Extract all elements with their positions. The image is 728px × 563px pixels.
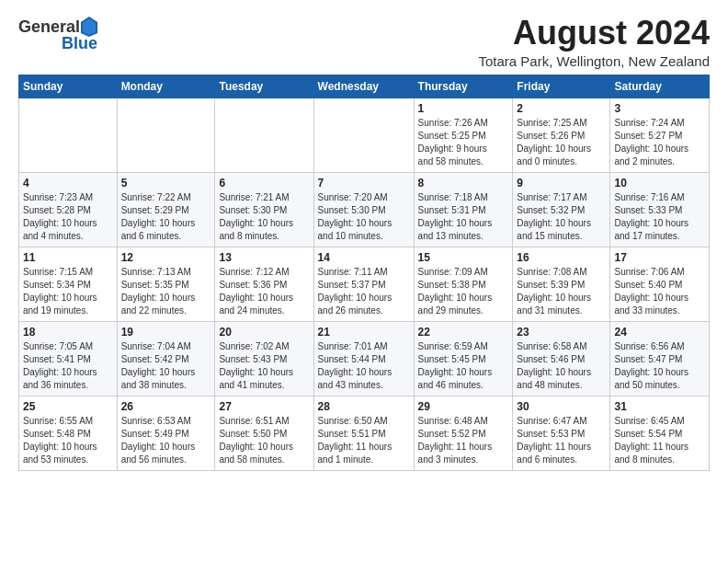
- calendar-cell: 18Sunrise: 7:05 AM Sunset: 5:41 PM Dayli…: [19, 321, 118, 396]
- calendar-cell: 21Sunrise: 7:01 AM Sunset: 5:44 PM Dayli…: [313, 321, 414, 396]
- calendar-table: SundayMondayTuesdayWednesdayThursdayFrid…: [18, 75, 710, 471]
- calendar-week-row: 11Sunrise: 7:15 AM Sunset: 5:34 PM Dayli…: [19, 247, 710, 321]
- day-info: Sunrise: 7:17 AM Sunset: 5:32 PM Dayligh…: [517, 191, 606, 243]
- day-info: Sunrise: 6:48 AM Sunset: 5:52 PM Dayligh…: [418, 415, 509, 466]
- day-number: 8: [418, 177, 509, 190]
- calendar-cell: 11Sunrise: 7:15 AM Sunset: 5:34 PM Dayli…: [19, 247, 118, 321]
- day-info: Sunrise: 6:53 AM Sunset: 5:49 PM Dayligh…: [121, 415, 211, 466]
- calendar-day-header: Friday: [513, 75, 610, 98]
- calendar-week-row: 25Sunrise: 6:55 AM Sunset: 5:48 PM Dayli…: [19, 396, 710, 470]
- day-info: Sunrise: 6:58 AM Sunset: 5:46 PM Dayligh…: [517, 340, 606, 392]
- calendar-cell: [19, 98, 118, 172]
- day-info: Sunrise: 7:22 AM Sunset: 5:29 PM Dayligh…: [121, 191, 211, 243]
- day-number: 18: [23, 326, 113, 339]
- day-number: 30: [517, 400, 606, 413]
- day-info: Sunrise: 6:47 AM Sunset: 5:53 PM Dayligh…: [517, 415, 606, 466]
- calendar-cell: 14Sunrise: 7:11 AM Sunset: 5:37 PM Dayli…: [313, 247, 414, 321]
- calendar-day-header: Monday: [117, 75, 215, 98]
- day-number: 11: [23, 251, 113, 264]
- day-number: 19: [121, 326, 211, 339]
- day-number: 1: [418, 102, 509, 115]
- day-number: 17: [614, 251, 705, 264]
- day-info: Sunrise: 7:02 AM Sunset: 5:43 PM Dayligh…: [219, 340, 309, 392]
- day-number: 13: [219, 251, 309, 264]
- day-info: Sunrise: 6:59 AM Sunset: 5:45 PM Dayligh…: [418, 340, 509, 392]
- calendar-cell: 2Sunrise: 7:25 AM Sunset: 5:26 PM Daylig…: [513, 98, 610, 172]
- day-info: Sunrise: 7:20 AM Sunset: 5:30 PM Dayligh…: [318, 191, 410, 243]
- calendar-cell: 20Sunrise: 7:02 AM Sunset: 5:43 PM Dayli…: [215, 321, 313, 396]
- calendar-cell: 27Sunrise: 6:51 AM Sunset: 5:50 PM Dayli…: [215, 396, 313, 470]
- day-info: Sunrise: 6:51 AM Sunset: 5:50 PM Dayligh…: [219, 415, 309, 466]
- day-number: 27: [219, 400, 309, 413]
- calendar-cell: 1Sunrise: 7:26 AM Sunset: 5:25 PM Daylig…: [414, 98, 513, 172]
- calendar-cell: 29Sunrise: 6:48 AM Sunset: 5:52 PM Dayli…: [414, 396, 513, 470]
- day-info: Sunrise: 7:08 AM Sunset: 5:39 PM Dayligh…: [517, 266, 606, 317]
- calendar-day-header: Sunday: [19, 75, 118, 98]
- logo: General Blue: [18, 18, 97, 53]
- day-info: Sunrise: 7:26 AM Sunset: 5:25 PM Dayligh…: [418, 117, 509, 168]
- logo-blue-text: Blue: [62, 35, 97, 53]
- day-info: Sunrise: 7:12 AM Sunset: 5:36 PM Dayligh…: [219, 266, 309, 317]
- calendar-cell: [215, 98, 313, 172]
- day-number: 28: [318, 400, 410, 413]
- day-info: Sunrise: 7:15 AM Sunset: 5:34 PM Dayligh…: [23, 266, 113, 317]
- day-info: Sunrise: 6:45 AM Sunset: 5:54 PM Dayligh…: [614, 415, 705, 466]
- day-number: 15: [418, 251, 509, 264]
- day-number: 5: [121, 177, 211, 190]
- day-number: 7: [318, 177, 410, 190]
- day-number: 24: [614, 326, 705, 339]
- calendar-cell: 28Sunrise: 6:50 AM Sunset: 5:51 PM Dayli…: [313, 396, 414, 470]
- day-number: 31: [614, 400, 705, 413]
- calendar-cell: 6Sunrise: 7:21 AM Sunset: 5:30 PM Daylig…: [215, 172, 313, 247]
- day-number: 22: [418, 326, 509, 339]
- day-info: Sunrise: 7:23 AM Sunset: 5:28 PM Dayligh…: [23, 191, 113, 243]
- calendar-cell: 12Sunrise: 7:13 AM Sunset: 5:35 PM Dayli…: [117, 247, 215, 321]
- day-info: Sunrise: 7:05 AM Sunset: 5:41 PM Dayligh…: [23, 340, 113, 392]
- calendar-cell: 10Sunrise: 7:16 AM Sunset: 5:33 PM Dayli…: [610, 172, 710, 247]
- calendar-cell: 23Sunrise: 6:58 AM Sunset: 5:46 PM Dayli…: [513, 321, 610, 396]
- day-info: Sunrise: 6:50 AM Sunset: 5:51 PM Dayligh…: [318, 415, 410, 466]
- day-number: 4: [23, 177, 113, 190]
- page-container: General Blue August 2024 Totara Park, We…: [0, 0, 728, 480]
- day-number: 29: [418, 400, 509, 413]
- day-number: 25: [23, 400, 113, 413]
- calendar-day-header: Wednesday: [313, 75, 414, 98]
- calendar-cell: 17Sunrise: 7:06 AM Sunset: 5:40 PM Dayli…: [610, 247, 710, 321]
- header: General Blue August 2024 Totara Park, We…: [18, 15, 710, 69]
- calendar-week-row: 1Sunrise: 7:26 AM Sunset: 5:25 PM Daylig…: [19, 98, 710, 172]
- location: Totara Park, Wellington, New Zealand: [478, 53, 710, 69]
- day-info: Sunrise: 7:11 AM Sunset: 5:37 PM Dayligh…: [318, 266, 410, 317]
- day-number: 14: [318, 251, 410, 264]
- day-number: 26: [121, 400, 211, 413]
- calendar-cell: 16Sunrise: 7:08 AM Sunset: 5:39 PM Dayli…: [513, 247, 610, 321]
- calendar-cell: 15Sunrise: 7:09 AM Sunset: 5:38 PM Dayli…: [414, 247, 513, 321]
- calendar-cell: 30Sunrise: 6:47 AM Sunset: 5:53 PM Dayli…: [513, 396, 610, 470]
- day-info: Sunrise: 7:25 AM Sunset: 5:26 PM Dayligh…: [517, 117, 606, 168]
- calendar-cell: 25Sunrise: 6:55 AM Sunset: 5:48 PM Dayli…: [19, 396, 118, 470]
- calendar-cell: [117, 98, 215, 172]
- day-number: 10: [614, 177, 705, 190]
- day-info: Sunrise: 7:24 AM Sunset: 5:27 PM Dayligh…: [614, 117, 705, 168]
- day-info: Sunrise: 7:13 AM Sunset: 5:35 PM Dayligh…: [121, 266, 211, 317]
- month-title: August 2024: [478, 15, 710, 52]
- calendar-cell: 3Sunrise: 7:24 AM Sunset: 5:27 PM Daylig…: [610, 98, 710, 172]
- calendar-header-row: SundayMondayTuesdayWednesdayThursdayFrid…: [19, 75, 710, 98]
- calendar-week-row: 18Sunrise: 7:05 AM Sunset: 5:41 PM Dayli…: [19, 321, 710, 396]
- calendar-week-row: 4Sunrise: 7:23 AM Sunset: 5:28 PM Daylig…: [19, 172, 710, 247]
- calendar-cell: 5Sunrise: 7:22 AM Sunset: 5:29 PM Daylig…: [117, 172, 215, 247]
- calendar-cell: 7Sunrise: 7:20 AM Sunset: 5:30 PM Daylig…: [313, 172, 414, 247]
- calendar-day-header: Tuesday: [215, 75, 313, 98]
- day-number: 9: [517, 177, 606, 190]
- day-info: Sunrise: 7:18 AM Sunset: 5:31 PM Dayligh…: [418, 191, 509, 243]
- day-number: 12: [121, 251, 211, 264]
- day-info: Sunrise: 7:09 AM Sunset: 5:38 PM Dayligh…: [418, 266, 509, 317]
- day-number: 3: [614, 102, 705, 115]
- day-number: 23: [517, 326, 606, 339]
- calendar-day-header: Saturday: [610, 75, 710, 98]
- calendar-cell: 26Sunrise: 6:53 AM Sunset: 5:49 PM Dayli…: [117, 396, 215, 470]
- calendar-cell: 22Sunrise: 6:59 AM Sunset: 5:45 PM Dayli…: [414, 321, 513, 396]
- day-number: 21: [318, 326, 410, 339]
- calendar-cell: 31Sunrise: 6:45 AM Sunset: 5:54 PM Dayli…: [610, 396, 710, 470]
- day-number: 20: [219, 326, 309, 339]
- day-info: Sunrise: 6:55 AM Sunset: 5:48 PM Dayligh…: [23, 415, 113, 466]
